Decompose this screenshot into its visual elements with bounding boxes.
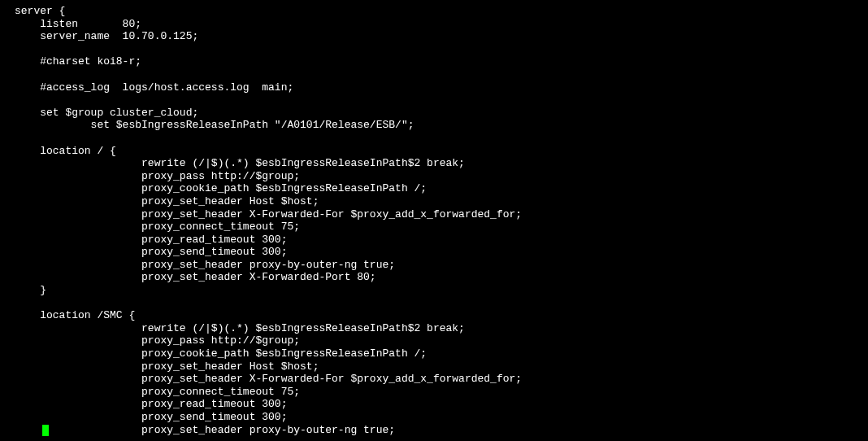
terminal-line: proxy_pass http://$group; [15,334,868,347]
terminal-line [15,94,868,107]
terminal-line: rewrite (/|$)(.*) $esbIngressReleaseInPa… [15,157,868,170]
terminal-line: proxy_set_header X-Forwarded-Port 80; [15,271,868,284]
terminal-line: set $esbIngressReleaseInPath "/A0101/Rel… [15,119,868,132]
terminal-line: location /SMC { [15,309,868,322]
terminal-line: listen 80; [15,18,868,31]
terminal-line: proxy_set_header proxy-by-outer-ng true; [15,259,868,272]
terminal-line: location / { [15,145,868,158]
terminal-line: proxy_connect_timeout 75; [15,386,868,399]
terminal-line: set $group cluster_cloud; [15,107,868,120]
terminal-line: proxy_set_header X-Forwarded-For $proxy_… [15,208,868,221]
terminal-line: proxy_read_timeout 300; [15,398,868,411]
terminal-line: proxy_connect_timeout 75; [15,220,868,234]
terminal-line: #charset koi8-r; [15,55,868,68]
terminal-line: proxy_set_header Host $host; [15,195,868,208]
terminal-line: proxy_cookie_path $esbIngressReleaseInPa… [15,182,868,195]
terminal-line: proxy_send_timeout 300; [15,411,868,424]
terminal-line [15,297,868,310]
terminal-line: server_name 10.70.0.125; [15,30,868,43]
terminal-line: server { [15,5,868,18]
terminal-line: rewrite (/|$)(.*) $esbIngressReleaseInPa… [15,322,868,335]
terminal-line: #access_log logs/host.access.log main; [15,81,868,94]
terminal-line: proxy_send_timeout 300; [15,246,868,259]
terminal-line [15,68,868,81]
terminal-line [15,43,868,56]
terminal-line: } [15,284,868,297]
terminal-line: proxy_read_timeout 300; [15,234,868,247]
terminal-line: proxy_pass http://$group; [15,170,868,183]
terminal-line [15,132,868,145]
terminal-line: proxy_set_header Host $host; [15,360,868,373]
terminal-line: proxy_set_header proxy-by-outer-ng true; [15,424,868,437]
terminal-output[interactable]: server { listen 80; server_name 10.70.0.… [15,5,868,436]
terminal-cursor [42,425,49,436]
terminal-line: proxy_set_header X-Forwarded-For $proxy_… [15,373,868,386]
terminal-line: proxy_cookie_path $esbIngressReleaseInPa… [15,347,868,360]
